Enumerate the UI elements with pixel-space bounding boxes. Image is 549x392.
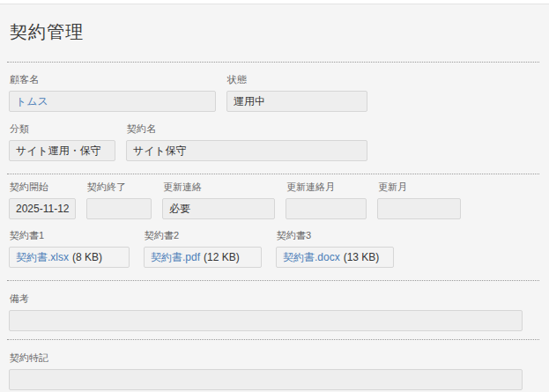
special-notes-fieldgroup: 契約特記 — [9, 352, 540, 390]
contract-end-fieldgroup: 契約終了 — [86, 181, 152, 219]
status-fieldgroup: 状態 運用中 — [226, 74, 367, 112]
section-divider — [7, 339, 539, 340]
category-fieldgroup: 分類 サイト運用・保守 — [9, 123, 115, 161]
contract-doc2-size: (12 KB) — [204, 251, 240, 263]
category-contract-row: 分類 サイト運用・保守 契約名 サイト保守 — [9, 123, 540, 161]
contract-doc2-link[interactable]: 契約書.pdf — [151, 250, 200, 265]
section-divider — [7, 174, 539, 174]
contract-start-fieldgroup: 契約開始 2025-11-12 — [9, 181, 76, 219]
status-label: 状態 — [227, 74, 367, 85]
contract-doc3-label: 契約書3 — [277, 230, 394, 241]
contract-doc1-fieldgroup: 契約書1 契約書.xlsx (8 KB) — [9, 230, 130, 268]
contract-name-fieldgroup: 契約名 サイト保守 — [126, 123, 367, 161]
renewal-contact-month-field — [286, 198, 367, 219]
renewal-month-field — [377, 198, 461, 219]
renewal-contact-month-fieldgroup: 更新連絡月 — [286, 181, 367, 219]
contract-doc2-field: 契約書.pdf (12 KB) — [144, 247, 262, 268]
renewal-contact-month-label: 更新連絡月 — [286, 181, 367, 193]
contract-start-label: 契約開始 — [10, 181, 76, 193]
remarks-field — [9, 310, 523, 331]
category-value: サイト運用・保守 — [16, 144, 101, 159]
renewal-contact-value: 必要 — [169, 202, 190, 217]
section-divider — [7, 62, 539, 63]
contract-detail-page: 契約管理 顧客名 トムス 状態 運用中 分類 サイト運用・保守 契約名 サイト保… — [0, 18, 549, 390]
contract-start-field: 2025-11-12 — [9, 198, 76, 219]
contract-doc1-field: 契約書.xlsx (8 KB) — [9, 247, 130, 268]
status-value: 運用中 — [234, 94, 265, 109]
customer-status-row: 顧客名 トムス 状態 運用中 — [9, 74, 540, 112]
contract-documents-row: 契約書1 契約書.xlsx (8 KB) 契約書2 契約書.pdf (12 KB… — [9, 230, 540, 268]
renewal-month-label: 更新月 — [378, 181, 461, 193]
contract-doc1-link[interactable]: 契約書.xlsx — [16, 250, 69, 265]
special-notes-label: 契約特記 — [10, 352, 540, 364]
contract-doc1-size: (8 KB) — [72, 251, 102, 263]
renewal-contact-field: 必要 — [162, 198, 275, 219]
contract-doc3-field: 契約書.docx (13 KB) — [276, 247, 394, 268]
customer-name-fieldgroup: 顧客名 トムス — [9, 74, 216, 112]
renewal-contact-label: 更新連絡 — [163, 181, 275, 193]
special-notes-field — [9, 369, 523, 390]
top-border — [0, 0, 549, 4]
contract-name-field: サイト保守 — [126, 140, 367, 161]
contract-doc2-fieldgroup: 契約書2 契約書.pdf (12 KB) — [144, 230, 262, 268]
contract-doc2-label: 契約書2 — [145, 230, 262, 241]
remarks-fieldgroup: 備考 — [9, 293, 540, 331]
contract-doc3-link[interactable]: 契約書.docx — [283, 250, 340, 265]
remarks-label: 備考 — [10, 293, 540, 305]
customer-name-field: トムス — [9, 91, 216, 112]
category-field: サイト運用・保守 — [9, 140, 115, 161]
customer-name-label: 顧客名 — [10, 74, 216, 85]
renewal-month-fieldgroup: 更新月 — [377, 181, 461, 219]
contract-end-label: 契約終了 — [87, 181, 152, 193]
page-title: 契約管理 — [10, 18, 540, 45]
contract-doc3-size: (13 KB) — [344, 251, 380, 263]
contract-name-value: サイト保守 — [133, 144, 187, 159]
status-field: 運用中 — [226, 91, 367, 112]
contract-end-field — [86, 198, 152, 219]
category-label: 分類 — [10, 123, 115, 135]
contract-dates-row: 契約開始 2025-11-12 契約終了 更新連絡 必要 更新連絡月 更新月 — [9, 181, 540, 219]
renewal-contact-fieldgroup: 更新連絡 必要 — [162, 181, 275, 219]
customer-name-link[interactable]: トムス — [16, 94, 48, 109]
contract-name-label: 契約名 — [127, 123, 367, 135]
contract-doc1-label: 契約書1 — [10, 230, 130, 241]
contract-doc3-fieldgroup: 契約書3 契約書.docx (13 KB) — [276, 230, 394, 268]
section-divider — [7, 280, 539, 281]
contract-start-value: 2025-11-12 — [16, 203, 70, 215]
